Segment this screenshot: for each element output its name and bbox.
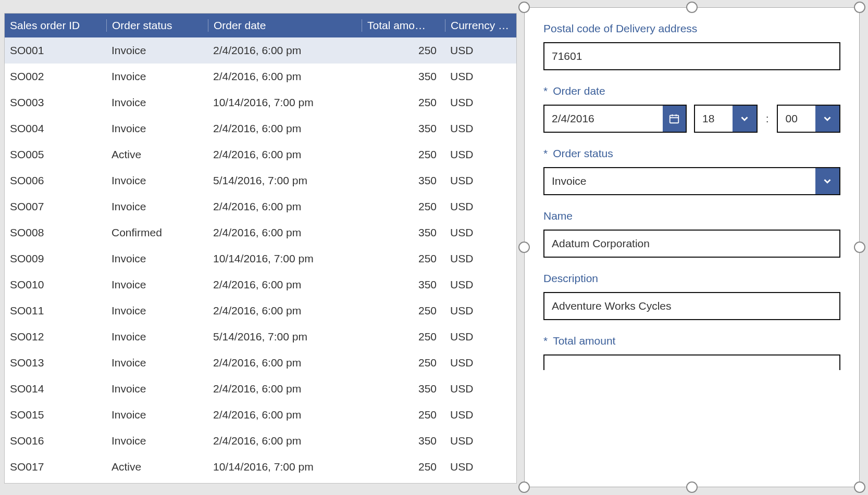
cell-currency: USD xyxy=(445,435,516,447)
chevron-down-icon[interactable] xyxy=(733,106,757,132)
resize-handle[interactable] xyxy=(854,481,865,493)
resize-handle[interactable] xyxy=(854,2,865,13)
table-row[interactable]: SO009Invoice10/14/2016, 7:00 pm250USD xyxy=(5,246,516,272)
cell-date: 2/4/2016, 6:00 pm xyxy=(208,44,362,57)
cell-date: 10/14/2016, 7:00 pm xyxy=(208,96,362,109)
description-label: Description xyxy=(543,272,840,285)
cell-amount: 350 xyxy=(362,278,445,291)
cell-status: Invoice xyxy=(106,174,208,187)
chevron-down-icon[interactable] xyxy=(815,168,839,194)
cell-currency: USD xyxy=(445,226,516,239)
cell-date: 2/4/2016, 6:00 pm xyxy=(208,435,362,447)
table-row[interactable]: SO003Invoice10/14/2016, 7:00 pm250USD xyxy=(5,90,516,116)
resize-handle[interactable] xyxy=(518,2,530,13)
cell-status: Invoice xyxy=(106,44,208,57)
cell-status: Invoice xyxy=(106,122,208,135)
cell-amount: 250 xyxy=(362,200,445,213)
col-header-id[interactable]: Sales order ID xyxy=(5,19,106,32)
postal-code-input[interactable]: 71601 xyxy=(543,42,840,70)
table-row[interactable]: SO016Invoice2/4/2016, 6:00 pm350USD xyxy=(5,428,516,454)
table-row[interactable]: SO004Invoice2/4/2016, 6:00 pm350USD xyxy=(5,116,516,142)
description-input[interactable]: Adventure Works Cycles xyxy=(543,292,840,320)
grid-body[interactable]: SO001Invoice2/4/2016, 6:00 pm250USDSO002… xyxy=(5,37,516,473)
total-amount-label: * Total amount xyxy=(543,335,840,347)
col-header-amount[interactable]: Total amo… xyxy=(362,19,445,32)
cell-status: Invoice xyxy=(106,304,208,317)
cell-status: Invoice xyxy=(106,200,208,213)
resize-handle[interactable] xyxy=(854,242,865,253)
chevron-down-icon[interactable] xyxy=(815,106,839,132)
name-label: Name xyxy=(543,210,840,222)
table-row[interactable]: SO006Invoice5/14/2016, 7:00 pm350USD xyxy=(5,168,516,194)
cell-amount: 250 xyxy=(362,331,445,343)
table-row[interactable]: SO017Active10/14/2016, 7:00 pm250USD xyxy=(5,454,516,473)
cell-currency: USD xyxy=(445,200,516,213)
cell-currency: USD xyxy=(445,383,516,395)
cell-currency: USD xyxy=(445,148,516,161)
table-row[interactable]: SO014Invoice2/4/2016, 6:00 pm350USD xyxy=(5,376,516,402)
table-row[interactable]: SO001Invoice2/4/2016, 6:00 pm250USD xyxy=(5,37,516,64)
table-row[interactable]: SO015Invoice2/4/2016, 6:00 pm250USD xyxy=(5,402,516,428)
svg-rect-0 xyxy=(670,116,679,123)
time-colon: : xyxy=(765,112,770,125)
col-header-currency[interactable]: Currency of T xyxy=(445,19,516,32)
cell-id: SO006 xyxy=(5,174,106,187)
grid-horizontal-scrollbar[interactable] xyxy=(5,473,516,483)
resize-handle[interactable] xyxy=(518,242,530,253)
cell-amount: 250 xyxy=(362,96,445,109)
table-row[interactable]: SO013Invoice2/4/2016, 6:00 pm250USD xyxy=(5,350,516,376)
cell-id: SO013 xyxy=(5,357,106,369)
cell-id: SO009 xyxy=(5,252,106,265)
detail-form-scroll[interactable]: Postal code of Delivery address 71601 * … xyxy=(525,8,859,487)
cell-status: Invoice xyxy=(106,278,208,291)
cell-amount: 250 xyxy=(362,304,445,317)
cell-currency: USD xyxy=(445,409,516,421)
calendar-icon[interactable] xyxy=(663,106,686,132)
resize-handle[interactable] xyxy=(518,481,530,493)
order-status-select[interactable]: Invoice xyxy=(544,175,815,187)
table-row[interactable]: SO008Confirmed2/4/2016, 6:00 pm350USD xyxy=(5,220,516,246)
table-row[interactable]: SO012Invoice5/14/2016, 7:00 pm250USD xyxy=(5,324,516,350)
cell-id: SO014 xyxy=(5,383,106,395)
cell-date: 2/4/2016, 6:00 pm xyxy=(208,226,362,239)
cell-status: Active xyxy=(106,461,208,473)
total-amount-input[interactable]: 250 xyxy=(543,354,840,370)
name-input[interactable]: Adatum Corporation xyxy=(543,230,840,258)
cell-date: 2/4/2016, 6:00 pm xyxy=(208,383,362,395)
postal-code-label: Postal code of Delivery address xyxy=(543,22,840,35)
cell-date: 2/4/2016, 6:00 pm xyxy=(208,278,362,291)
cell-status: Invoice xyxy=(106,357,208,369)
cell-id: SO011 xyxy=(5,304,106,317)
order-date-input[interactable]: 2/4/2016 xyxy=(544,112,663,125)
col-header-date[interactable]: Order date xyxy=(208,19,362,32)
cell-id: SO007 xyxy=(5,200,106,213)
cell-id: SO010 xyxy=(5,278,106,291)
resize-handle[interactable] xyxy=(686,481,698,493)
col-header-status[interactable]: Order status xyxy=(106,19,208,32)
cell-id: SO002 xyxy=(5,70,106,83)
cell-amount: 350 xyxy=(362,226,445,239)
cell-id: SO015 xyxy=(5,409,106,421)
cell-amount: 350 xyxy=(362,435,445,447)
cell-amount: 250 xyxy=(362,44,445,57)
cell-date: 10/14/2016, 7:00 pm xyxy=(208,252,362,265)
cell-currency: USD xyxy=(445,461,516,473)
cell-currency: USD xyxy=(445,44,516,57)
cell-id: SO017 xyxy=(5,461,106,473)
cell-amount: 250 xyxy=(362,409,445,421)
table-row[interactable]: SO002Invoice2/4/2016, 6:00 pm350USD xyxy=(5,64,516,90)
table-row[interactable]: SO007Invoice2/4/2016, 6:00 pm250USD xyxy=(5,194,516,220)
table-row[interactable]: SO010Invoice2/4/2016, 6:00 pm350USD xyxy=(5,272,516,298)
cell-date: 10/14/2016, 7:00 pm xyxy=(208,461,362,473)
cell-currency: USD xyxy=(445,252,516,265)
grid-header: Sales order ID Order status Order date T… xyxy=(5,14,516,37)
table-row[interactable]: SO011Invoice2/4/2016, 6:00 pm250USD xyxy=(5,298,516,324)
cell-status: Invoice xyxy=(106,96,208,109)
cell-amount: 350 xyxy=(362,174,445,187)
cell-amount: 250 xyxy=(362,252,445,265)
order-hour-select[interactable]: 18 xyxy=(695,112,733,125)
resize-handle[interactable] xyxy=(686,2,698,13)
table-row[interactable]: SO005Active2/4/2016, 6:00 pm250USD xyxy=(5,142,516,168)
order-minute-select[interactable]: 00 xyxy=(778,112,815,125)
cell-date: 2/4/2016, 6:00 pm xyxy=(208,304,362,317)
